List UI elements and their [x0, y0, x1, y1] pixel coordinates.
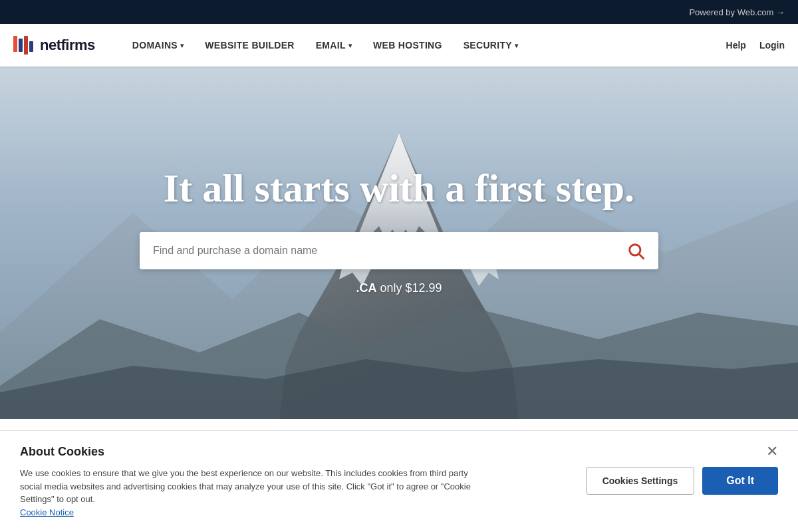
nav-login-link[interactable]: Login: [759, 40, 785, 51]
domain-search-input[interactable]: [140, 232, 613, 269]
nav-item-email[interactable]: EMAIL▾: [305, 24, 362, 66]
cookie-banner: About Cookies ✕ We use cookies to ensure…: [0, 430, 798, 532]
powered-by-text: Powered by Web.com →: [689, 7, 785, 17]
nav-item-web-hosting[interactable]: WEB HOSTING: [362, 24, 453, 66]
cookie-header: About Cookies ✕: [20, 444, 778, 459]
search-bar: [140, 232, 658, 269]
search-icon: [626, 241, 645, 260]
cookies-settings-button[interactable]: Cookies Settings: [586, 467, 695, 495]
logo-icon: [13, 36, 35, 55]
cookie-body: We use cookies to ensure that we give yo…: [20, 467, 778, 519]
hero-title: It all starts with a first step.: [140, 164, 658, 212]
nav-item-website-builder[interactable]: WEBSITE BUILDER: [194, 24, 305, 66]
cookie-text: We use cookies to ensure that we give yo…: [20, 467, 472, 519]
nav-help-link[interactable]: Help: [726, 40, 746, 51]
cookie-body-text: We use cookies to ensure that we give yo…: [20, 468, 471, 504]
nav-links: DOMAINS▾ WEBSITE BUILDER EMAIL▾ WEB HOST…: [122, 24, 726, 66]
logo[interactable]: netfirms: [13, 36, 95, 55]
cookie-title: About Cookies: [20, 445, 104, 459]
cookie-actions: Cookies Settings Got It: [586, 467, 778, 495]
logo-label: netfirms: [40, 37, 95, 54]
hero-content: It all starts with a first step. .CA onl…: [140, 164, 658, 295]
hero-section: It all starts with a first step. .CA onl…: [0, 66, 798, 419]
got-it-button[interactable]: Got It: [702, 467, 778, 495]
hero-subtitle-text: only $12.99: [376, 281, 442, 295]
search-button[interactable]: [613, 232, 658, 269]
hero-tld: .CA: [356, 281, 376, 295]
nav-item-domains[interactable]: DOMAINS▾: [122, 24, 195, 66]
svg-line-9: [639, 254, 643, 258]
nav-item-security[interactable]: SECURITY▾: [453, 24, 529, 66]
hero-subtitle: .CA only $12.99: [140, 281, 658, 295]
top-bar: Powered by Web.com →: [0, 0, 798, 24]
navbar: netfirms DOMAINS▾ WEBSITE BUILDER EMAIL▾…: [0, 24, 798, 66]
cookie-close-button[interactable]: ✕: [766, 444, 778, 459]
nav-right: Help Login: [726, 40, 785, 51]
cookie-notice-link[interactable]: Cookie Notice: [20, 507, 74, 517]
